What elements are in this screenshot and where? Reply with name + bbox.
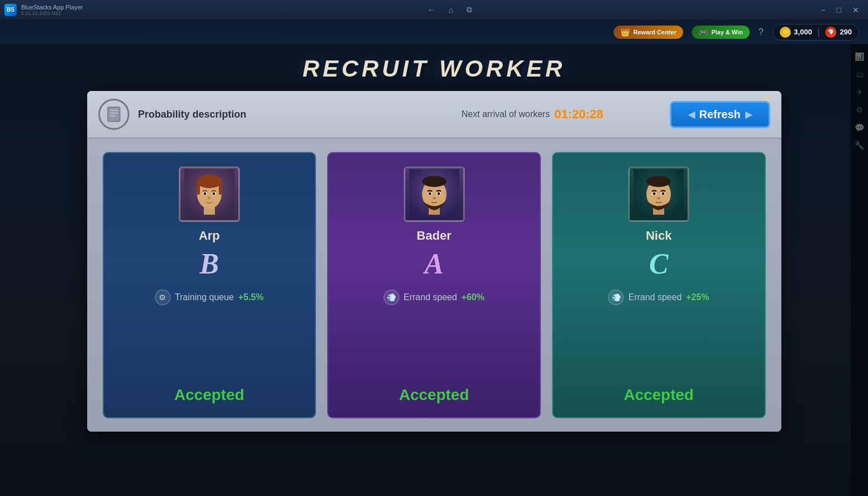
refresh-button[interactable]: Refresh (670, 101, 770, 128)
svg-point-7 (197, 175, 222, 188)
currency-display: 🪙 3,000 | 💎 290 (772, 24, 859, 41)
svg-point-18 (422, 176, 446, 187)
timer-label: Next arrival of workers (461, 109, 550, 119)
worker-card-bader[interactable]: Bader A 💨 Errand speed +60% Accepted (327, 152, 541, 418)
app-version: 5.11.11.1001 N32 (21, 11, 83, 16)
svg-rect-9 (219, 181, 222, 195)
worker-grade-arp: B (199, 250, 219, 279)
minimize-button[interactable]: − (816, 4, 830, 16)
gold-icon: 🪙 (780, 27, 791, 38)
worker-grade-nick: C (649, 250, 669, 279)
skill-name-arp: Training queue (175, 292, 234, 302)
worker-skill-arp: ⚙ Training queue +5.5% (155, 290, 264, 305)
svg-point-14 (208, 197, 211, 199)
worker-name-arp: Arp (199, 229, 220, 243)
worker-grade-bader: A (424, 250, 444, 279)
home-button[interactable]: ⌂ (445, 4, 456, 16)
svg-point-31 (662, 193, 665, 195)
app-icon: BS (4, 4, 17, 16)
cards-container: Arp B ⚙ Training queue +5.5% Accepted (87, 139, 781, 432)
skill-value-nick: +25% (686, 292, 709, 302)
worker-name-nick: Nick (646, 229, 671, 243)
play-win-label: Play & Win (711, 29, 743, 36)
title-bar-nav: ← ⌂ ⧉ (424, 4, 475, 16)
svg-point-12 (203, 193, 206, 195)
game-area: 📊 🗂 ✈ ⚙ 💬 🔧 Recruit Worker ✕ (0, 44, 868, 496)
play-win-button[interactable]: 🎮 Play & Win (692, 26, 750, 39)
restore-button[interactable]: □ (832, 4, 846, 16)
app-name: BlueStacks App Player (21, 4, 83, 11)
training-queue-icon: ⚙ (155, 290, 170, 305)
worker-skill-bader: 💨 Errand speed +60% (384, 290, 484, 305)
app-info: BlueStacks App Player 5.11.11.1001 N32 (21, 4, 83, 16)
worker-avatar-arp (179, 166, 240, 222)
timer-section: Next arrival of workers 01:20:28 (404, 107, 661, 122)
svg-point-21 (428, 193, 431, 195)
worker-status-nick: Accepted (624, 375, 694, 404)
currency-separator: | (817, 27, 820, 37)
modal-title: Recruit Worker (303, 55, 566, 82)
title-bar-left: BS BlueStacks App Player 5.11.11.1001 N3… (4, 4, 83, 16)
svg-point-32 (657, 197, 660, 199)
worker-avatar-nick (628, 166, 689, 222)
skill-name-nick: Errand speed (628, 292, 681, 302)
worker-name-bader: Bader (417, 229, 451, 243)
title-bar: BS BlueStacks App Player 5.11.11.1001 N3… (0, 0, 868, 20)
probability-icon (98, 99, 129, 130)
play-win-icon: 🎮 (699, 28, 708, 37)
reward-center-button[interactable]: 👑 Reward Center (614, 26, 683, 39)
reward-icon: 👑 (620, 28, 630, 37)
svg-point-27 (646, 176, 671, 187)
skill-value-arp: +5.5% (238, 292, 264, 302)
modal-header: Probability description Next arrival of … (87, 91, 781, 139)
gem-value: 290 (840, 28, 852, 36)
gem-icon: 💎 (825, 27, 836, 38)
back-button[interactable]: ← (424, 4, 439, 16)
reward-center-label: Reward Center (633, 29, 676, 36)
svg-rect-8 (197, 181, 200, 195)
svg-point-23 (433, 197, 436, 199)
errand-speed-icon-nick: 💨 (608, 290, 624, 305)
modal-box: Probability description Next arrival of … (87, 91, 781, 432)
skill-name-bader: Errand speed (404, 292, 457, 302)
svg-rect-0 (108, 107, 120, 122)
window-close-button[interactable]: ✕ (848, 4, 864, 16)
gold-value: 3,000 (794, 28, 812, 36)
help-button[interactable]: ? (759, 27, 764, 37)
worker-skill-nick: 💨 Errand speed +25% (608, 290, 709, 305)
svg-point-30 (653, 193, 656, 195)
title-bar-right: − □ ✕ (816, 4, 864, 16)
worker-card-arp[interactable]: Arp B ⚙ Training queue +5.5% Accepted (103, 152, 317, 418)
worker-avatar-bader (404, 166, 465, 222)
top-bar-icons: ? (759, 27, 764, 37)
probability-desc-label: Probability description (138, 109, 395, 120)
worker-card-nick[interactable]: Nick C 💨 Errand speed +25% Accepted (552, 152, 766, 418)
modal-overlay: Recruit Worker ✕ Probability description… (0, 44, 868, 496)
svg-point-22 (437, 193, 440, 195)
timer-value: 01:20:28 (554, 107, 603, 122)
skill-value-bader: +60% (461, 292, 484, 302)
worker-status-arp: Accepted (174, 375, 244, 404)
errand-speed-icon-bader: 💨 (384, 290, 399, 305)
top-bar: 👑 Reward Center 🎮 Play & Win ? 🪙 3,000 |… (0, 20, 868, 44)
pages-button[interactable]: ⧉ (463, 4, 475, 16)
worker-status-bader: Accepted (399, 375, 469, 404)
svg-point-13 (212, 193, 215, 195)
